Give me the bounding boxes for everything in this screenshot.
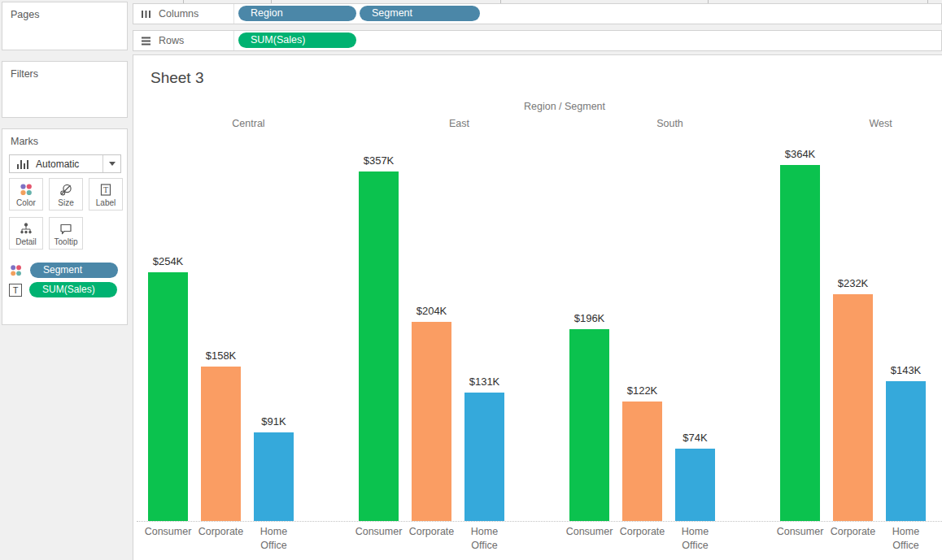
- region-column-header: East: [354, 118, 565, 129]
- chevron-down-icon: [109, 162, 116, 166]
- bar-value-label: $232K: [817, 277, 890, 289]
- segment-axis-label: Consumer: [142, 525, 195, 539]
- color-dots-icon: [9, 264, 23, 277]
- bar-value-label: $204K: [395, 305, 469, 317]
- pages-shelf[interactable]: Pages: [2, 2, 128, 50]
- marks-card: Marks Automatic Color Size: [2, 128, 128, 325]
- text-label-icon: T: [9, 284, 22, 297]
- mark-type-value: Automatic: [36, 158, 79, 170]
- rows-icon: [141, 36, 151, 46]
- sum-sales-pill[interactable]: SUM(Sales): [238, 33, 356, 48]
- segment-axis-label: Corporate: [194, 525, 248, 539]
- worksheet-view: Sheet 3 Region / Segment $254KConsumer$1…: [133, 54, 942, 560]
- rows-shelf[interactable]: Rows SUM(Sales): [133, 30, 942, 51]
- rows-shelf-label-area: Rows: [133, 31, 234, 50]
- bar-mark[interactable]: [886, 381, 926, 521]
- segment-axis-label: Home Office: [458, 525, 512, 553]
- segment-pill[interactable]: Segment: [30, 263, 118, 278]
- bar-value-label: $357K: [342, 154, 416, 167]
- mark-type-dropdown[interactable]: Automatic: [9, 154, 121, 173]
- size-button[interactable]: Size: [49, 178, 83, 211]
- tooltip-icon: [59, 222, 73, 236]
- marks-label: Marks: [11, 136, 38, 147]
- bar-value-label: $196K: [553, 312, 626, 324]
- segment-axis-label: Corporate: [826, 525, 880, 539]
- bar-value-label: $131K: [448, 376, 521, 388]
- segment-axis-label: Home Office: [247, 525, 301, 553]
- bar-mark[interactable]: [201, 367, 241, 521]
- segment-axis-label: Home Office: [879, 525, 933, 553]
- bar-mark[interactable]: [569, 329, 609, 521]
- tooltip-button-label: Tooltip: [55, 238, 78, 246]
- bar-mark[interactable]: [464, 393, 504, 521]
- columns-shelf-label-area: Columns: [133, 4, 234, 24]
- region-column-header: Central: [143, 118, 354, 129]
- bar-value-label: $254K: [133, 255, 205, 267]
- pages-label: Pages: [11, 9, 39, 20]
- text-label-icon: T: [98, 183, 113, 197]
- region-column-header: West: [775, 118, 942, 129]
- bar-mark[interactable]: [622, 402, 662, 521]
- detail-button[interactable]: Detail: [9, 217, 43, 250]
- rows-shelf-label: Rows: [159, 35, 184, 46]
- segment-axis-label: Corporate: [616, 525, 669, 539]
- bar-mark[interactable]: [780, 165, 820, 521]
- segment-axis-label: Consumer: [563, 525, 617, 539]
- detail-icon: [19, 222, 33, 236]
- bar-mark[interactable]: [359, 171, 399, 521]
- segment-pill[interactable]: Segment: [360, 6, 480, 21]
- marks-pill-row: T SUM(Sales): [9, 282, 117, 297]
- segment-axis-label: Consumer: [774, 525, 827, 539]
- pane-field-header: Region / Segment: [133, 101, 942, 112]
- marks-pill-row: Segment: [9, 263, 118, 278]
- bar-value-label: $158K: [185, 349, 258, 362]
- filters-shelf[interactable]: Filters: [2, 61, 128, 118]
- segment-axis-label: Home Office: [669, 525, 722, 553]
- color-button-label: Color: [16, 199, 36, 207]
- bar-value-label: $74K: [659, 432, 732, 444]
- color-dots-icon: [19, 183, 33, 197]
- columns-shelf-label: Columns: [159, 8, 198, 20]
- bar-mark[interactable]: [148, 272, 188, 521]
- sum-sales-pill[interactable]: SUM(Sales): [29, 282, 117, 297]
- columns-shelf[interactable]: Columns Region Segment: [133, 3, 942, 24]
- tooltip-button[interactable]: Tooltip: [49, 217, 83, 250]
- region-column-header: South: [565, 118, 775, 129]
- bar-mark[interactable]: [254, 432, 294, 522]
- bar-value-label: $143K: [870, 364, 942, 376]
- size-icon: [59, 183, 73, 197]
- bar-value-label: $91K: [238, 415, 311, 428]
- dropdown-caret[interactable]: [102, 155, 120, 172]
- bar-value-label: $122K: [606, 384, 679, 397]
- label-button[interactable]: T Label: [89, 178, 123, 211]
- segment-axis-label: Consumer: [352, 525, 406, 539]
- label-button-label: Label: [96, 199, 116, 207]
- filters-label: Filters: [11, 68, 38, 80]
- sheet-title: Sheet 3: [150, 69, 204, 87]
- bar-mark[interactable]: [675, 449, 715, 521]
- segment-axis-label: Corporate: [405, 525, 459, 539]
- x-axis-baseline: [137, 521, 942, 522]
- bar-chart-icon: [17, 159, 28, 169]
- size-button-label: Size: [58, 199, 73, 207]
- color-button[interactable]: Color: [9, 178, 43, 211]
- svg-text:T: T: [103, 185, 108, 194]
- bar-mark[interactable]: [412, 322, 451, 521]
- detail-button-label: Detail: [15, 238, 37, 246]
- bar-value-label: $364K: [764, 148, 837, 160]
- region-pill[interactable]: Region: [238, 6, 356, 21]
- columns-icon: [141, 9, 151, 20]
- bar-mark[interactable]: [833, 294, 873, 521]
